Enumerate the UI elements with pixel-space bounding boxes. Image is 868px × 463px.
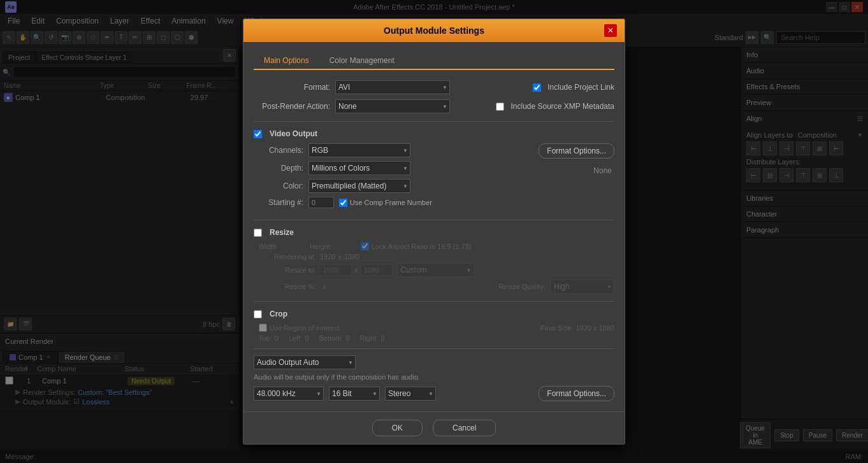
resize-to-x: x <box>354 266 358 274</box>
modal-close-button[interactable]: ✕ <box>604 24 617 37</box>
crop-title: Crop <box>270 310 287 318</box>
resize-quality-select[interactable]: High <box>551 280 614 294</box>
lock-aspect-checkbox[interactable] <box>361 242 369 250</box>
crop-bottom-label: Bottom: <box>319 334 343 342</box>
modal-titlebar: Output Module Settings ✕ <box>243 19 625 42</box>
audio-note: Audio will be output only if the composi… <box>254 373 614 381</box>
post-render-row: Post-Render Action: None Include Source … <box>254 99 614 113</box>
crop-bottom: Bottom: 0 <box>319 334 349 342</box>
audio-output-select-wrapper: Audio Output Auto <box>254 355 356 369</box>
starting-hash-row: Starting #: Use Comp Frame Number <box>259 197 502 208</box>
resize-section: Resize Width Height Lock Aspect Ratio to… <box>254 228 614 294</box>
video-output-section: Video Output Channels: RGB <box>254 129 614 212</box>
resize-pct-label: Resize %: <box>259 283 316 290</box>
output-module-settings-modal: Output Module Settings ✕ Main Options Co… <box>243 18 625 445</box>
final-size-label: Final Size: <box>540 324 573 332</box>
modal-overlay: Output Module Settings ✕ Main Options Co… <box>0 0 868 463</box>
use-roi-label: Use Region of Interest <box>270 324 339 332</box>
crop-bottom-value: 0 <box>345 334 349 342</box>
starting-hash-label: Starting #: <box>259 198 303 207</box>
include-project-link-checkbox[interactable] <box>533 83 541 92</box>
ok-button[interactable]: OK <box>372 420 423 436</box>
tab-color-management[interactable]: Color Management <box>319 52 405 70</box>
post-render-label: Post-Render Action: <box>254 102 330 111</box>
video-output-content: Channels: RGB Depth: <box>254 143 614 212</box>
resize-to-row: Resize to: x Custom <box>254 263 614 277</box>
modal-footer: OK Cancel <box>243 411 625 444</box>
crop-fields: Use Region of Interest Final Size: 1920 … <box>254 324 614 342</box>
crop-left: Left: 0 <box>289 334 309 342</box>
resize-to-h-input[interactable] <box>361 264 393 276</box>
crop-right-value: 0 <box>380 334 384 342</box>
crop-options-row: Use Region of Interest Final Size: 1920 … <box>254 324 614 332</box>
audio-channels-wrapper: Stereo <box>385 387 436 401</box>
format-select[interactable]: AVI <box>335 80 450 94</box>
resize-quality-wrapper: High <box>551 280 614 294</box>
crop-values-row: Top: 0 Left: 0 Bottom: 0 Right: <box>254 334 614 342</box>
include-source-xmp-group: Include Source XMP Metadata <box>496 102 614 111</box>
rendering-at-h: 1080 <box>344 253 359 260</box>
resize-quality-label: Resize Quality: <box>498 283 546 290</box>
crop-right: Right: 0 <box>359 334 384 342</box>
format-row: Format: AVI Include Project Link <box>254 80 614 94</box>
video-right-col: Format Options... None <box>512 143 614 212</box>
tab-main-options[interactable]: Main Options <box>254 52 319 70</box>
crop-checkbox[interactable] <box>254 310 262 318</box>
divider-1 <box>254 121 614 122</box>
audio-output-select[interactable]: Audio Output Auto <box>254 355 356 369</box>
resize-fields: Width Height Lock Aspect Ratio to 16:9 (… <box>254 242 614 294</box>
final-size-group: Final Size: 1920 x 1080 <box>540 324 614 332</box>
color-select[interactable]: Premultiplied (Matted) <box>308 179 410 193</box>
crop-header: Crop <box>254 310 614 318</box>
video-left-col: Channels: RGB Depth: <box>259 143 502 212</box>
color-label: Color: <box>259 182 303 190</box>
resize-to-preset-wrapper: Custom <box>398 263 474 277</box>
resize-pct-x: x <box>322 283 326 290</box>
include-project-link-group: Include Project Link <box>533 83 614 92</box>
audio-output-row: Audio Output Auto <box>254 355 614 369</box>
divider-2 <box>254 220 614 220</box>
crop-left-label: Left: <box>289 334 302 342</box>
final-size-value: 1920 x 1080 <box>575 324 614 332</box>
resize-to-w-input[interactable] <box>320 264 352 276</box>
cancel-button[interactable]: Cancel <box>433 420 496 436</box>
resize-to-preset-select[interactable]: Custom <box>398 263 474 277</box>
depth-row: Depth: Millions of Colors <box>259 161 502 175</box>
resize-to-label: Resize to: <box>259 266 316 274</box>
audio-bit-wrapper: 16 Bit <box>329 387 380 401</box>
crop-top: Top: 0 <box>259 334 278 342</box>
include-source-xmp-checkbox[interactable] <box>496 103 504 111</box>
audio-bit-select[interactable]: 16 Bit <box>329 387 380 401</box>
color-row: Color: Premultiplied (Matted) <box>259 179 502 193</box>
use-roi-checkbox[interactable] <box>259 324 267 332</box>
channels-select-wrapper: RGB <box>308 143 410 157</box>
post-render-select-wrapper: None <box>335 99 450 113</box>
audio-channels-select[interactable]: Stereo <box>385 387 436 401</box>
format-options-button-bottom[interactable]: Format Options... <box>539 386 614 401</box>
width-header: Width <box>259 243 310 250</box>
video-output-title: Video Output <box>270 129 317 138</box>
none-label: None <box>591 164 614 178</box>
rendering-at-label: Rendering at: <box>259 253 316 260</box>
depth-label: Depth: <box>259 164 303 173</box>
use-comp-frame-label: Use Comp Frame Number <box>350 199 432 206</box>
starting-hash-input[interactable] <box>308 197 334 208</box>
depth-select[interactable]: Millions of Colors <box>308 161 410 175</box>
channels-label: Channels: <box>259 146 303 155</box>
format-options-button-top[interactable]: Format Options... <box>539 143 614 159</box>
resize-checkbox[interactable] <box>254 229 262 237</box>
video-output-checkbox[interactable] <box>254 130 262 138</box>
post-render-select[interactable]: None <box>335 99 450 113</box>
audio-khz-select[interactable]: 48.000 kHz <box>254 387 324 401</box>
depth-select-wrapper: Millions of Colors <box>308 161 410 175</box>
format-label: Format: <box>254 83 330 92</box>
modal-title: Output Module Settings <box>264 25 604 36</box>
channels-select[interactable]: RGB <box>308 143 410 157</box>
rendering-at-w: 1920 <box>320 253 335 260</box>
audio-section: Audio Output Auto Audio will be output o… <box>254 348 614 401</box>
use-comp-frame-checkbox[interactable] <box>339 199 347 207</box>
resize-header: Resize <box>254 228 614 237</box>
resize-header-row: Width Height Lock Aspect Ratio to 16:9 (… <box>254 242 614 250</box>
audio-khz-wrapper: 48.000 kHz <box>254 387 324 401</box>
include-project-link-label: Include Project Link <box>547 83 614 92</box>
